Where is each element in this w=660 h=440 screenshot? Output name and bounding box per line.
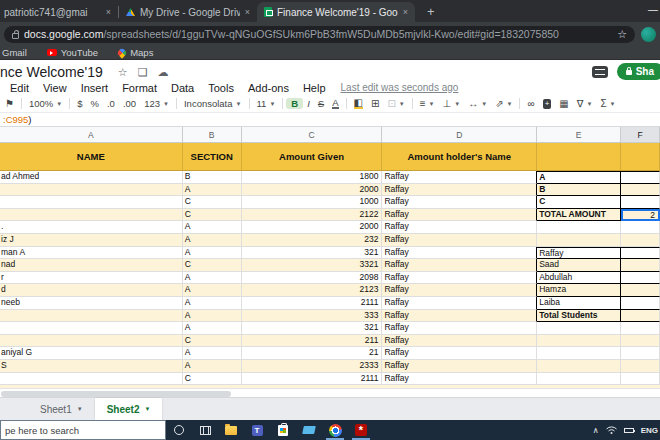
cell[interactable]: 2111 [242,297,383,310]
cell[interactable] [621,247,660,260]
cell[interactable]: Raffay [382,335,537,348]
cell[interactable] [0,196,183,209]
cell[interactable]: A [183,272,242,285]
your-phone-button[interactable] [296,420,322,440]
format-currency-button[interactable]: $ [73,98,86,109]
strikethrough-button[interactable]: S [314,98,328,109]
cell[interactable] [621,347,660,360]
cell[interactable]: iz J [0,234,183,247]
file-explorer-button[interactable] [218,420,244,440]
battery-icon[interactable] [624,428,634,433]
cell[interactable]: Raffay [382,234,537,247]
browser-tab-drive[interactable]: My Drive - Google Drive × [119,2,257,22]
cell[interactable] [537,373,621,386]
document-title[interactable]: nce Welcome'19 [0,64,103,80]
last-edit-link[interactable]: Last edit was seconds ago [341,82,459,93]
fill-color-button[interactable]: ◧ [350,98,367,109]
cell[interactable]: 333 [242,310,383,323]
close-icon[interactable]: × [403,7,408,17]
menu-addons[interactable]: Add-ons [241,82,296,94]
cell[interactable] [537,234,621,247]
cell[interactable]: Raffay [382,209,537,222]
language-indicator[interactable]: ENG [641,426,658,435]
menu-format[interactable]: Format [115,82,164,94]
cell[interactable] [0,373,183,386]
window-minimize-button[interactable]: — [648,4,658,15]
cell[interactable]: 321 [242,247,383,260]
cell[interactable]: 2098 [242,272,383,285]
cell[interactable]: Raffay [382,373,537,386]
cell[interactable]: B [183,171,242,184]
cell[interactable] [537,221,621,234]
move-to-folder-icon[interactable]: ❏ [138,66,148,79]
cell[interactable]: Raffay [382,171,537,184]
cell[interactable] [0,209,183,222]
cell[interactable] [621,196,660,209]
cell[interactable]: S [0,360,183,373]
insert-link-button[interactable]: ∞ [523,98,538,109]
cell[interactable]: 2333 [242,360,383,373]
header-cell-amount[interactable]: Amount Given [242,143,383,171]
cell[interactable]: A [183,360,242,373]
cell[interactable] [621,322,660,335]
task-view-button[interactable] [192,420,218,440]
cell[interactable]: 1800 [242,171,383,184]
cell[interactable]: A [537,171,621,184]
menu-view[interactable]: View [36,82,74,94]
cell[interactable]: A [183,322,242,335]
text-wrap-button[interactable]: ↔▼ [464,98,491,109]
header-cell-section[interactable]: SECTION [183,143,242,171]
cell[interactable]: TOTAL AMOUNT [537,209,621,222]
cell[interactable]: 21 [242,347,383,360]
chevron-down-icon[interactable]: ▼ [77,406,83,412]
cell[interactable]: 2111 [242,373,383,386]
vertical-align-button[interactable]: ⊥▼ [439,98,465,109]
cell[interactable] [621,335,660,348]
cell[interactable]: d [0,284,183,297]
cell[interactable]: Abdullah [537,272,621,285]
insert-chart-button[interactable]: ▦ [555,98,572,109]
cell[interactable] [0,184,183,197]
cell[interactable]: 2122 [242,209,383,222]
cell[interactable]: ad Ahmed [0,171,183,184]
horizontal-scrollbar[interactable] [0,388,660,397]
profile-avatar[interactable] [641,27,656,42]
cell[interactable]: 2000 [242,184,383,197]
teams-button[interactable]: T [244,420,270,440]
column-header-b[interactable]: B [183,127,242,143]
cell[interactable] [537,347,621,360]
cell[interactable]: aniyal G [0,347,183,360]
header-cell-holder[interactable]: Amount holder's Name [382,143,537,171]
url-text[interactable]: docs.google.com/spreadsheets/d/1gguTVw-q… [24,28,559,40]
close-icon[interactable]: × [106,7,111,17]
cell[interactable]: A [183,284,242,297]
cell[interactable]: A [183,247,242,260]
cell[interactable] [621,272,660,285]
cell[interactable]: Raffay [382,322,537,335]
browser-tab-sheets[interactable]: Finance Welcome'19 - Google Sh × [257,2,415,22]
cell[interactable] [0,322,183,335]
cell[interactable]: Raffay [382,347,537,360]
cell[interactable] [621,373,660,386]
italic-button[interactable]: I [303,98,314,109]
star-icon[interactable]: ☆ [118,66,128,79]
menu-edit[interactable]: Edit [3,82,36,94]
cell[interactable]: Laiba [537,297,621,310]
borders-button[interactable]: ⊞ [367,98,383,109]
cell[interactable]: Raffay [382,310,537,323]
bookmark-youtube[interactable]: YouTube [47,47,98,58]
increase-decimals-button[interactable]: .00 [119,98,140,109]
cell[interactable]: 1000 [242,196,383,209]
create-filter-button[interactable]: ∇▼ [573,98,597,109]
cell[interactable]: A [183,234,242,247]
bookmark-gmail[interactable]: Gmail [2,47,27,58]
bold-button[interactable]: B [286,98,303,109]
cell[interactable] [537,360,621,373]
zoom-button[interactable]: 100%▼ [25,98,66,109]
comment-history-button[interactable] [592,66,608,78]
cell[interactable]: 321 [242,322,383,335]
menu-data[interactable]: Data [164,82,201,94]
cell[interactable]: 3321 [242,259,383,272]
bookmark-maps[interactable]: Maps [118,47,153,58]
text-color-button[interactable]: A [328,98,342,109]
